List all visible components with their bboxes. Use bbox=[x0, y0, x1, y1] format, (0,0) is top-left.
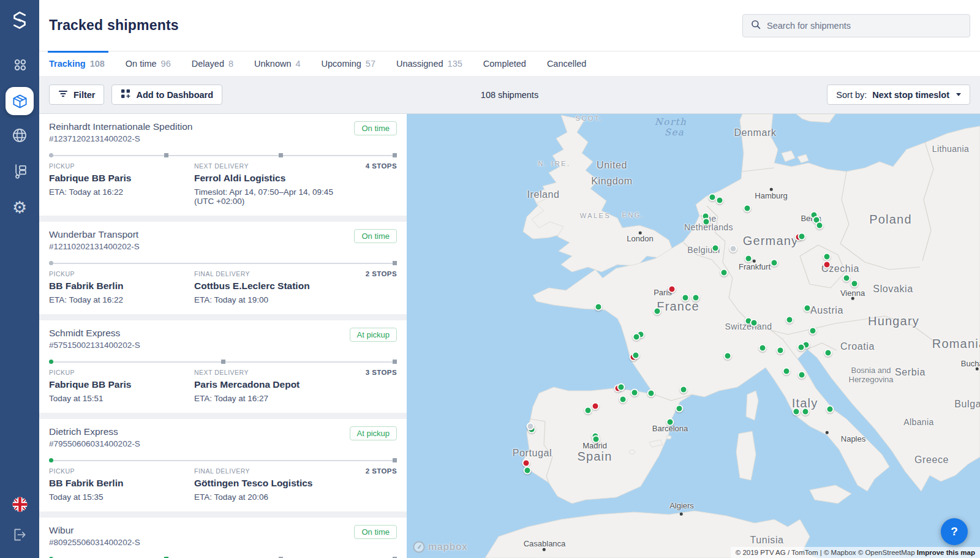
delivery-time: ETA: Today at 16:27 bbox=[194, 394, 343, 403]
progress-stop-marker bbox=[279, 153, 283, 157]
tab-completed[interactable]: Completed bbox=[483, 51, 526, 76]
shipment-marker-on-time[interactable] bbox=[654, 307, 662, 315]
shipment-marker-unknown[interactable] bbox=[527, 423, 535, 431]
shipment-marker-on-time[interactable] bbox=[720, 269, 728, 277]
tab-unassigned[interactable]: Unassigned135 bbox=[396, 51, 462, 76]
shipment-marker-delayed[interactable] bbox=[668, 285, 676, 293]
shipment-marker-on-time[interactable] bbox=[851, 280, 859, 288]
shipment-marker-on-time[interactable] bbox=[744, 205, 752, 213]
shipment-marker-on-time[interactable] bbox=[584, 407, 592, 415]
sidebar-item-network[interactable] bbox=[0, 119, 39, 154]
filter-icon bbox=[58, 89, 68, 100]
shipment-marker-on-time[interactable] bbox=[692, 294, 700, 302]
tab-unknown[interactable]: Unknown4 bbox=[254, 51, 301, 76]
shipment-list[interactable]: Reinhardt Internationale Spedition #1237… bbox=[39, 114, 407, 558]
shipment-marker-on-time[interactable] bbox=[676, 405, 684, 413]
delivery-name: Göttingen Tesco Logistics bbox=[194, 478, 343, 489]
shipment-marker-on-time[interactable] bbox=[595, 303, 603, 311]
shipment-marker-on-time[interactable] bbox=[703, 218, 710, 226]
shipment-marker-delayed[interactable] bbox=[522, 459, 530, 467]
shipment-card[interactable]: Reinhardt Internationale Spedition #1237… bbox=[39, 114, 407, 216]
tab-upcoming[interactable]: Upcoming57 bbox=[322, 51, 375, 76]
shipment-marker-on-time[interactable] bbox=[647, 390, 655, 398]
tab-on-time[interactable]: On time96 bbox=[126, 51, 171, 76]
sidebar-item-apps[interactable] bbox=[0, 48, 39, 83]
shipment-card[interactable]: Dietrich Express #79550606031400202-S At… bbox=[39, 419, 407, 511]
search-input[interactable] bbox=[767, 21, 962, 31]
gear-icon: ⚙ bbox=[12, 200, 27, 216]
shipment-marker-on-time[interactable] bbox=[798, 233, 806, 241]
shipment-marker-delayed[interactable] bbox=[823, 261, 831, 269]
shipment-marker-on-time[interactable] bbox=[809, 327, 817, 335]
shipment-marker-on-time[interactable] bbox=[783, 368, 791, 375]
stops-count: 2 STOPS bbox=[348, 467, 397, 475]
shipment-marker-on-time[interactable] bbox=[797, 344, 805, 352]
shipment-marker-on-time[interactable] bbox=[759, 344, 767, 352]
city-dot bbox=[851, 297, 854, 300]
map[interactable]: NorthSeaSCOT.N. IRE.WALESENG.IrelandUnit… bbox=[407, 114, 980, 558]
delivery-time: ETA: Today at 20:06 bbox=[194, 492, 343, 502]
hand-truck-icon bbox=[11, 162, 28, 182]
shipment-marker-on-time[interactable] bbox=[826, 405, 834, 413]
sort-by-dropdown[interactable]: Sort by: Next stop timeslot bbox=[827, 85, 970, 105]
shipment-marker-on-time[interactable] bbox=[666, 418, 674, 426]
shipment-marker-on-time[interactable] bbox=[798, 371, 806, 379]
shipment-card[interactable]: Wibur #80925506031400202-S On time PICKU… bbox=[39, 518, 407, 558]
shipment-marker-on-time[interactable] bbox=[592, 435, 600, 443]
shipment-marker-delayed[interactable] bbox=[592, 402, 600, 410]
shipment-marker-on-time[interactable] bbox=[682, 294, 690, 302]
city-dot bbox=[826, 431, 829, 434]
shipment-marker-on-time[interactable] bbox=[786, 316, 794, 324]
shipment-marker-on-time[interactable] bbox=[802, 408, 810, 416]
language-switcher[interactable] bbox=[0, 491, 39, 520]
add-to-dashboard-button[interactable]: Add to Dashboard bbox=[111, 85, 222, 105]
page-header: Tracked shipments bbox=[39, 0, 980, 51]
shipment-marker-on-time[interactable] bbox=[745, 255, 753, 263]
shipment-marker-on-time[interactable] bbox=[771, 259, 778, 267]
shipment-id: #57515002131400202-S bbox=[49, 341, 140, 350]
shipment-marker-on-time[interactable] bbox=[777, 347, 785, 355]
shipment-marker-on-time[interactable] bbox=[793, 408, 801, 416]
help-button[interactable]: ? bbox=[941, 518, 968, 545]
delivery-label: FINAL DELIVERY bbox=[194, 270, 343, 277]
attribution-text: © 2019 PTV AG / TomTom | © Mapbox © Open… bbox=[736, 549, 915, 556]
delivery-label: NEXT DELIVERY bbox=[194, 162, 343, 170]
tab-tracking[interactable]: Tracking108 bbox=[49, 51, 105, 76]
shipment-marker-on-time[interactable] bbox=[633, 333, 641, 341]
search-box[interactable] bbox=[742, 14, 970, 37]
shipment-marker-on-time[interactable] bbox=[816, 222, 824, 230]
filter-button[interactable]: Filter bbox=[49, 85, 104, 105]
sidebar-item-settings[interactable]: ⚙ bbox=[0, 190, 39, 225]
improve-map-link[interactable]: Improve this map bbox=[917, 549, 975, 556]
shipment-marker-on-time[interactable] bbox=[824, 349, 832, 357]
shipment-marker-on-time[interactable] bbox=[631, 389, 639, 397]
mapbox-logo[interactable]: mapbox bbox=[413, 541, 467, 553]
shipment-card[interactable]: Wunderbar Transport #12110202131400202-S… bbox=[39, 222, 407, 314]
logout-button[interactable] bbox=[0, 520, 39, 552]
shipment-marker-on-time[interactable] bbox=[524, 467, 532, 475]
shipment-marker-on-time[interactable] bbox=[632, 352, 640, 360]
carrier-name: Dietrich Express bbox=[49, 426, 140, 437]
sidebar-item-shipments[interactable] bbox=[0, 83, 39, 119]
shipment-marker-unknown[interactable] bbox=[729, 245, 737, 253]
pickup-time: Today at 15:35 bbox=[49, 492, 187, 502]
shipment-id: #80925506031400202-S bbox=[49, 538, 140, 547]
shipment-marker-on-time[interactable] bbox=[712, 244, 720, 252]
carrier-name: Reinhardt Internationale Spedition bbox=[49, 121, 192, 132]
shipment-marker-on-time[interactable] bbox=[823, 253, 831, 261]
shipment-marker-on-time[interactable] bbox=[724, 352, 732, 360]
shipment-marker-on-time[interactable] bbox=[843, 274, 851, 282]
shipment-marker-on-time[interactable] bbox=[617, 383, 625, 391]
shipment-marker-on-time[interactable] bbox=[680, 386, 688, 394]
shipment-marker-on-time[interactable] bbox=[619, 396, 627, 404]
tab-cancelled[interactable]: Cancelled bbox=[547, 51, 587, 76]
tab-delayed[interactable]: Delayed8 bbox=[192, 51, 233, 76]
shipment-card[interactable]: Schmidt Express #57515002131400202-S At … bbox=[39, 320, 407, 413]
shipment-marker-on-time[interactable] bbox=[750, 319, 758, 327]
shipment-marker-on-time[interactable] bbox=[804, 304, 812, 312]
shipment-marker-on-time[interactable] bbox=[716, 197, 724, 205]
progress-stop-marker bbox=[393, 458, 397, 462]
page-title: Tracked shipments bbox=[49, 17, 179, 34]
mapbox-logo-text: mapbox bbox=[428, 541, 467, 552]
sidebar-item-freight[interactable] bbox=[0, 154, 39, 190]
